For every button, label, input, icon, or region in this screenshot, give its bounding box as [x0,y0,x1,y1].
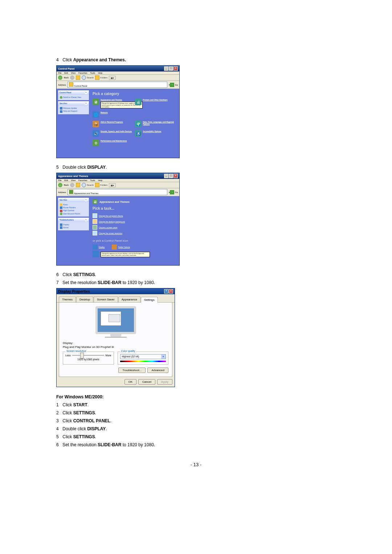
cat-accessibility[interactable]: ♿ Accessibility Options [135,130,177,137]
address-field[interactable]: Appearance and Themes [68,189,167,195]
ok-button[interactable]: OK [124,379,137,385]
search-button[interactable]: Search [82,183,94,187]
sidebar: See Also^ Fonts Mouse Pointers High Cont… [57,196,90,265]
tab-themes[interactable]: Themes [59,296,76,302]
menu-edit[interactable]: Edit [64,72,68,74]
categories: 🖥 Appearance and Themes Change the appea… [93,99,177,149]
maximize-icon[interactable]: □ [169,174,173,178]
address-label: Address [58,84,66,86]
mouse-icon [60,206,62,209]
cat-performance[interactable]: ⚙ Performance and Maintenance [93,140,135,146]
task-screensaver[interactable]: Choose a screen saver [93,225,177,230]
sounds-icon: 🔊 [93,130,99,137]
views-icon[interactable]: ▦▾ [109,183,116,187]
up-icon[interactable] [76,75,80,80]
update-icon [60,107,62,110]
close-icon[interactable]: × [173,66,178,71]
cat-sounds[interactable]: 🔊 Sounds, Speech, and Audio Devices [93,130,135,137]
apply-button[interactable]: Apply [157,379,172,385]
menu-tools[interactable]: Tools [90,72,95,74]
forward-icon[interactable]: → [70,183,74,187]
collapse-icon[interactable]: ^ [85,91,87,94]
advanced-button[interactable]: Advanced [147,368,168,373]
minimize-icon[interactable]: _ [164,174,168,178]
menu-view[interactable]: View [71,72,75,74]
go-button[interactable]: → [170,190,174,194]
menubar: File Edit View Favorites Tools Help [57,71,179,75]
menu-edit[interactable]: Edit [64,179,68,181]
back-icon[interactable]: ← [58,75,62,80]
cat-printers[interactable]: 🖨 Printers and Other Hardware [135,99,177,108]
color-quality-dropdown[interactable]: Highest (32 bit) ▾ [120,354,166,359]
switch-classic-link[interactable]: Switch to Classic View [60,96,87,99]
ts-sound-link[interactable]: Sound [60,226,87,229]
cat-network[interactable]: 🌐 Network [93,111,135,118]
add-remove-icon: 📦 [93,121,99,127]
performance-icon: ⚙ [93,140,99,146]
folder-options-link[interactable]: Folder Options [112,245,130,250]
tab-desktop[interactable]: Desktop [76,296,93,302]
back-icon[interactable]: ← [58,183,62,187]
cat-appearance[interactable]: 🖥 Appearance and Themes Change the appea… [93,99,135,108]
task-arrow-icon [93,219,97,224]
menu-file[interactable]: File [58,72,62,74]
troubleshoot-button[interactable]: Troubleshoot... [118,368,146,373]
display-icon-link[interactable]: Display [93,245,105,250]
folders-button[interactable]: Folders [95,75,107,80]
menu-view[interactable]: View [71,179,75,181]
go-button[interactable]: → [170,83,174,87]
forward-icon[interactable]: → [70,75,74,80]
toolbar: ← Back → Search Folders ▦▾ [57,182,179,188]
uap-icon [60,213,62,215]
ts-display-link[interactable]: Display [60,223,87,226]
hc-link[interactable]: High Contrast [60,209,87,212]
banner-icon: 🖥 [93,199,98,204]
collapse-icon[interactable]: ^ [85,102,87,105]
uap-link[interactable]: User Account Picture [60,213,87,215]
titlebar: Appearance and Themes _ □ × [57,173,179,179]
menu-help[interactable]: Help [98,72,102,74]
collapse-icon[interactable]: ^ [85,218,87,221]
help-support-link[interactable]: Help and Support [60,110,87,112]
chevron-down-icon: ▾ [161,354,166,359]
views-icon[interactable]: ▦▾ [109,76,116,80]
at-icon [69,190,73,194]
minimize-icon[interactable]: _ [164,66,168,71]
menu-file[interactable]: File [58,179,62,181]
me-step-1: 1 Click START. [56,402,336,407]
maximize-icon[interactable]: □ [169,66,173,71]
resolution-slider[interactable]: Less More [65,354,111,357]
help-icon[interactable]: ? [164,289,168,294]
up-icon[interactable] [76,183,80,187]
slider-track[interactable] [72,355,104,356]
close-icon[interactable]: × [169,289,173,294]
close-icon[interactable]: × [173,174,178,178]
task-resolution[interactable]: Change the screen resolution [93,231,177,235]
windows-update-link[interactable]: Windows Update [60,107,87,110]
cat-datetime[interactable]: 🌍 Date, Time, Language, and Regional Opt… [135,121,177,127]
fonts-link[interactable]: Fonts [60,204,87,206]
menu-tools[interactable]: Tools [90,179,95,181]
menu-help[interactable]: Help [98,179,102,181]
task-title: Pick a task... [93,206,177,210]
collapse-icon[interactable]: ^ [85,198,87,201]
tab-settings[interactable]: Settings [141,297,158,303]
task-background[interactable]: Change the desktop background [93,219,177,224]
menu-favorites[interactable]: Favorites [78,72,87,74]
monitor-screen [95,306,136,334]
cat-add-remove[interactable]: 📦 Add or Remove Programs [93,121,135,127]
cancel-button[interactable]: Cancel [138,379,155,385]
folders-button[interactable]: Folders [95,183,107,187]
slider-thumb[interactable] [80,353,84,358]
tab-screensaver[interactable]: Screen Saver [94,296,118,302]
search-button[interactable]: Search [82,75,94,80]
address-field[interactable]: Control Panel [68,82,167,88]
menu-favorites[interactable]: Favorites [78,179,87,181]
tab-appearance[interactable]: Appearance [118,296,140,302]
fonts-icon [60,204,62,206]
datetime-icon: 🌍 [135,121,142,127]
control-panel-window: Control Panel _ □ × File Edit View Favor… [56,65,180,158]
mouse-link[interactable]: Mouse Pointers [60,206,87,209]
task-theme[interactable]: Change the computer's theme [93,213,177,218]
folders-icon [95,75,99,80]
